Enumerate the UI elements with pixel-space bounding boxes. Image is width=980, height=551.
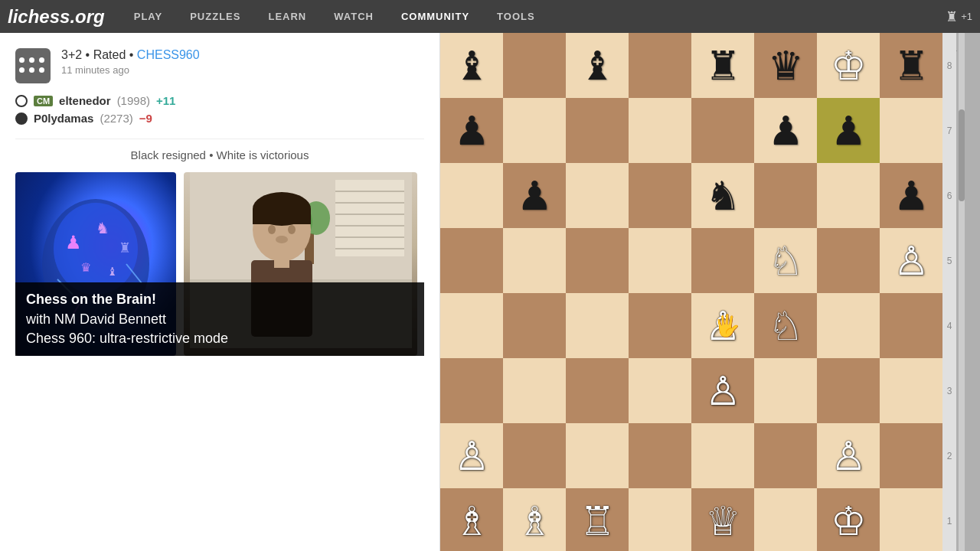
board-cell[interactable]: ♙ bbox=[691, 358, 754, 423]
site-logo[interactable]: lichess.org bbox=[8, 6, 105, 28]
white-piece[interactable]: ♔ bbox=[831, 46, 867, 86]
board-cell[interactable] bbox=[503, 228, 566, 293]
board-cell[interactable] bbox=[503, 98, 566, 163]
board-cell[interactable] bbox=[440, 358, 503, 423]
board-cell[interactable] bbox=[754, 423, 817, 488]
board-cell[interactable]: ♔ bbox=[817, 488, 880, 551]
board-cell[interactable]: ♟ bbox=[880, 163, 942, 228]
board-cell[interactable] bbox=[880, 358, 942, 423]
black-piece[interactable]: ♟ bbox=[768, 111, 804, 151]
board-cell[interactable]: ♗ bbox=[503, 488, 566, 551]
board-cell[interactable] bbox=[754, 488, 817, 551]
nav-tools[interactable]: TOOLS bbox=[483, 0, 549, 33]
white-piece[interactable]: ♙ bbox=[705, 306, 741, 346]
player-black-name[interactable]: P0lydamas bbox=[34, 112, 93, 125]
player-white-name[interactable]: eltenedor bbox=[59, 94, 111, 107]
black-piece[interactable]: ♝ bbox=[580, 46, 616, 86]
board-cell[interactable] bbox=[440, 228, 503, 293]
board-cell[interactable] bbox=[440, 293, 503, 358]
board-cell[interactable] bbox=[629, 228, 691, 293]
board-cell[interactable] bbox=[754, 163, 817, 228]
board-cell[interactable]: ♙ bbox=[880, 228, 942, 293]
board-cell[interactable]: ♗ bbox=[440, 488, 503, 551]
board-cell[interactable] bbox=[503, 423, 566, 488]
board-cell[interactable] bbox=[629, 423, 691, 488]
board-cell[interactable] bbox=[503, 358, 566, 423]
black-piece[interactable]: ♟ bbox=[831, 111, 867, 151]
board-cell[interactable]: ♟ bbox=[503, 163, 566, 228]
board-cell[interactable] bbox=[566, 293, 629, 358]
nav-community[interactable]: COMMUNITY bbox=[387, 0, 483, 33]
black-piece[interactable]: ♟ bbox=[893, 176, 929, 216]
board-cell[interactable] bbox=[629, 488, 691, 551]
board-cell[interactable]: ♙ bbox=[817, 423, 880, 488]
board-cell[interactable]: ♝ bbox=[440, 33, 503, 98]
board-cell[interactable]: ♘ bbox=[754, 293, 817, 358]
white-piece[interactable]: ♙ bbox=[454, 436, 490, 476]
white-piece[interactable]: ♗ bbox=[454, 501, 490, 541]
nav-play[interactable]: PLAY bbox=[120, 0, 176, 33]
board-cell[interactable]: ♟ bbox=[817, 98, 880, 163]
board-cell[interactable] bbox=[566, 423, 629, 488]
board-cell[interactable] bbox=[629, 358, 691, 423]
board-cell[interactable]: ♞ bbox=[691, 163, 754, 228]
black-piece[interactable]: ♜ bbox=[705, 46, 741, 86]
board-cell[interactable] bbox=[691, 423, 754, 488]
variant-link[interactable]: CHESS960 bbox=[137, 48, 200, 61]
black-piece[interactable]: ♟ bbox=[454, 111, 490, 151]
board-cell[interactable]: ♙ bbox=[440, 423, 503, 488]
chess-board[interactable]: ♝♝♜♛♔♜♟♟♟♟♞♟♘♙♙♘♙♙♙♗♗♖♕♔ bbox=[440, 33, 942, 551]
scrollbar-thumb[interactable] bbox=[959, 109, 965, 201]
board-cell[interactable] bbox=[691, 228, 754, 293]
white-piece[interactable]: ♙ bbox=[893, 241, 929, 281]
board-cell[interactable] bbox=[566, 98, 629, 163]
board-cell[interactable] bbox=[629, 98, 691, 163]
board-cell[interactable] bbox=[503, 33, 566, 98]
board-cell[interactable]: ♜ bbox=[691, 33, 754, 98]
board-cell[interactable]: ♝ bbox=[566, 33, 629, 98]
black-piece[interactable]: ♝ bbox=[454, 46, 490, 86]
board-cell[interactable] bbox=[566, 358, 629, 423]
board-cell[interactable] bbox=[629, 33, 691, 98]
board-cell[interactable]: ♛ bbox=[754, 33, 817, 98]
board-cell[interactable] bbox=[880, 293, 942, 358]
board-cell[interactable]: ♜ bbox=[880, 33, 942, 98]
white-piece[interactable]: ♙ bbox=[831, 436, 867, 476]
board-cell[interactable] bbox=[440, 163, 503, 228]
board-cell[interactable] bbox=[691, 98, 754, 163]
board-cell[interactable]: ♟ bbox=[754, 98, 817, 163]
board-cell[interactable]: ♟ bbox=[440, 98, 503, 163]
white-piece[interactable]: ♗ bbox=[517, 501, 553, 541]
board-cell[interactable] bbox=[566, 163, 629, 228]
white-piece[interactable]: ♔ bbox=[831, 501, 867, 541]
nav-puzzles[interactable]: PUZZLES bbox=[176, 0, 254, 33]
board-cell[interactable] bbox=[817, 163, 880, 228]
black-piece[interactable]: ♜ bbox=[893, 46, 929, 86]
board-cell[interactable]: ♙ bbox=[691, 293, 754, 358]
board-cell[interactable] bbox=[817, 228, 880, 293]
board-cell[interactable] bbox=[503, 293, 566, 358]
nav-learn[interactable]: LEARN bbox=[254, 0, 320, 33]
board-cell[interactable] bbox=[629, 163, 691, 228]
black-piece[interactable]: ♛ bbox=[768, 46, 804, 86]
black-piece[interactable]: ♟ bbox=[517, 176, 553, 216]
nav-watch[interactable]: WATCH bbox=[320, 0, 387, 33]
board-cell[interactable] bbox=[880, 423, 942, 488]
board-cell[interactable] bbox=[566, 228, 629, 293]
board-cell[interactable]: ♔ bbox=[817, 33, 880, 98]
board-cell[interactable] bbox=[629, 293, 691, 358]
black-piece[interactable]: ♞ bbox=[705, 176, 741, 216]
white-piece[interactable]: ♕ bbox=[705, 501, 741, 541]
white-piece[interactable]: ♙ bbox=[705, 371, 741, 411]
white-piece[interactable]: ♘ bbox=[768, 306, 804, 346]
board-cell[interactable] bbox=[817, 293, 880, 358]
white-piece[interactable]: ♖ bbox=[580, 501, 616, 541]
board-scrollbar[interactable] bbox=[959, 33, 965, 551]
board-cell[interactable] bbox=[817, 358, 880, 423]
board-cell[interactable] bbox=[754, 358, 817, 423]
board-cell[interactable]: ♕ bbox=[691, 488, 754, 551]
board-cell[interactable]: ♖ bbox=[566, 488, 629, 551]
board-cell[interactable] bbox=[880, 98, 942, 163]
board-cell[interactable] bbox=[880, 488, 942, 551]
board-cell[interactable]: ♘ bbox=[754, 228, 817, 293]
